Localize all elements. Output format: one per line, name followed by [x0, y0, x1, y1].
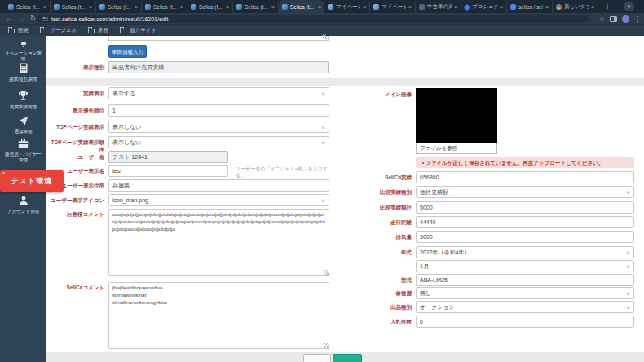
priority-input[interactable] — [108, 104, 329, 117]
trophy-icon — [18, 90, 29, 101]
sellca-jisseki-input[interactable] — [416, 171, 634, 183]
top-display-select[interactable]: 表示しない∨ — [108, 121, 329, 133]
sidebar-item-account[interactable]: アカウント管理 — [0, 194, 46, 214]
address-bar[interactable]: test.selica-sellcar.com/admin/result/162… — [37, 15, 589, 23]
close-icon[interactable]: × — [180, 4, 183, 10]
user-address-input[interactable] — [108, 179, 329, 192]
repo-favicon — [510, 4, 516, 10]
profile-avatar[interactable] — [622, 15, 629, 23]
site-settings-icon[interactable] — [42, 16, 48, 22]
resize-handle[interactable] — [322, 34, 327, 39]
form-row-priority: 表示優先順位 — [46, 104, 329, 117]
new-tab-button[interactable]: + — [605, 2, 610, 13]
back-icon[interactable]: ← — [6, 13, 12, 24]
user-icon-select[interactable]: icon_man.png∨ — [108, 194, 329, 206]
tab-selica-3[interactable]: Selica (t...× — [96, 1, 142, 13]
close-icon[interactable]: × — [271, 4, 275, 10]
listing-type-select[interactable]: オークション∨ — [416, 301, 634, 313]
submit-button[interactable] — [333, 354, 362, 362]
tab-mypage-2[interactable]: マイページ |× — [370, 1, 416, 13]
tab-project[interactable]: プロジェクト× — [461, 1, 507, 13]
tab-selica-1[interactable]: Selica (t...× — [5, 1, 51, 13]
month-select[interactable]: 1月∨ — [416, 260, 634, 272]
sellca-comment-textarea[interactable]: jfasjfajwdfncjvasondfva sdfnlawmflkmar s… — [108, 282, 329, 349]
calculator-icon — [19, 63, 29, 73]
tab-selica-2[interactable]: Selica (t...× — [51, 1, 96, 13]
close-icon[interactable]: × — [135, 4, 138, 10]
close-icon[interactable]: × — [363, 4, 366, 10]
bookmark-folder-dev[interactable]: 開発 — [8, 27, 29, 34]
chevron-down-icon: ∨ — [627, 189, 630, 195]
truncated-textarea[interactable] — [108, 36, 329, 41]
close-icon[interactable]: × — [408, 4, 412, 10]
tab-selica-4[interactable]: Selica (t...× — [142, 1, 187, 13]
form-row-model: 型式 — [359, 274, 634, 287]
selica-favicon — [54, 4, 60, 10]
selica-favicon — [236, 4, 242, 10]
tab-search-chevron-icon[interactable]: ∨ — [624, 2, 634, 11]
folder-icon — [8, 29, 15, 33]
bookmark-folder-regene[interactable]: リージュネ — [40, 27, 77, 34]
chevron-down-icon: ∨ — [627, 263, 630, 269]
customer-comment-textarea[interactable]: oooijoijoijoijjoiojoijoloijjoioioiojoijo… — [108, 209, 329, 276]
close-icon[interactable]: × — [2, 170, 7, 175]
close-icon[interactable]: × — [500, 4, 503, 10]
close-icon[interactable]: × — [454, 4, 457, 10]
top-order-select[interactable]: 表示しない∨ — [108, 136, 329, 148]
form-row-jisseki: 実績表示 表示する∨ — [46, 87, 329, 100]
bookmark-folder-work[interactable]: 業務 — [88, 27, 108, 34]
tab-selica-active[interactable]: Selica (t...× — [279, 0, 324, 13]
test-environment-ribbon: × テスト環境 — [0, 170, 64, 192]
tab-selica-5[interactable]: Selica (t...× — [187, 1, 233, 13]
selica-favicon — [8, 4, 14, 10]
close-icon[interactable]: × — [43, 4, 46, 10]
selica-favicon — [191, 4, 196, 10]
close-icon[interactable]: × — [318, 4, 321, 10]
bookmark-star-icon[interactable]: ☆ — [599, 15, 605, 23]
ribbon-label: テスト環境 — [11, 177, 53, 185]
displacement-input[interactable] — [416, 231, 634, 243]
close-icon[interactable]: × — [89, 4, 92, 10]
forward-icon[interactable]: → — [18, 13, 24, 24]
hikaku-total-input[interactable] — [416, 201, 634, 214]
vehicle-info-button[interactable]: 車両情報入力 — [108, 45, 147, 58]
chevron-down-icon: ∨ — [627, 290, 630, 296]
newtab-favicon — [556, 4, 562, 10]
chevron-down-icon: ∨ — [627, 304, 630, 310]
bids-input[interactable] — [416, 316, 634, 328]
chevron-down-icon: ∨ — [322, 139, 325, 145]
sidebar-item-operation[interactable]: オペレーション管理 — [0, 36, 46, 62]
sidebar-item-dealer-buyer[interactable]: 販売店・バイヤー管理 — [0, 137, 46, 163]
model-input[interactable] — [416, 274, 634, 286]
close-icon[interactable]: × — [226, 4, 229, 10]
year-select[interactable]: 2022年（令和4年）∨ — [416, 246, 634, 258]
tab-mypage-1[interactable]: マイページ |× — [324, 1, 370, 13]
user-display-name-input[interactable] — [108, 165, 228, 177]
bookmark-folder-partner[interactable]: 協力サイト — [120, 27, 157, 34]
sidebar-item-billing[interactable]: 請求/支払管理 — [0, 62, 46, 82]
jisseki-select[interactable]: 表示する∨ — [108, 87, 329, 99]
resize-handle[interactable] — [324, 343, 329, 348]
refresh-icon[interactable]: ↻ — [30, 13, 36, 24]
tab-new[interactable]: 新しいタブ× — [553, 1, 598, 13]
repair-select[interactable]: 無し∨ — [416, 287, 634, 299]
sidebar-item-results[interactable]: 売買実績管理 — [0, 90, 46, 110]
hikaku-type-select[interactable]: 他社見積額∨ — [416, 186, 634, 198]
close-icon[interactable]: × — [591, 4, 594, 10]
form-row-repair: 修復歴 無し∨ — [359, 287, 634, 300]
close-icon[interactable]: × — [545, 4, 549, 10]
admin-page: オペレーション管理 請求/支払管理 売買実績管理 通知管理 販売店・バイヤー管理 — [0, 36, 644, 362]
mileage-input[interactable] — [416, 216, 634, 228]
sidebar-item-notification[interactable]: 通知管理 — [0, 114, 46, 135]
browse-file-button[interactable]: ファイルを参照 — [416, 143, 497, 154]
tab-selica-6[interactable]: Selica (t...× — [233, 1, 279, 13]
display-type-label: 表示種別 — [49, 64, 104, 72]
form-row-user-name: ユーザー名 テスト 12441 — [46, 151, 329, 164]
side-panel-icon[interactable] — [610, 16, 617, 22]
tab-usedcar[interactable]: 中古車の高...× — [416, 1, 461, 13]
resize-handle[interactable] — [324, 270, 329, 275]
menu-dots-icon[interactable]: ⋮ — [634, 15, 641, 23]
tab-selica-repo[interactable]: selica / sel...× — [507, 1, 553, 13]
back-button[interactable] — [303, 354, 331, 362]
folder-icon — [88, 29, 95, 33]
